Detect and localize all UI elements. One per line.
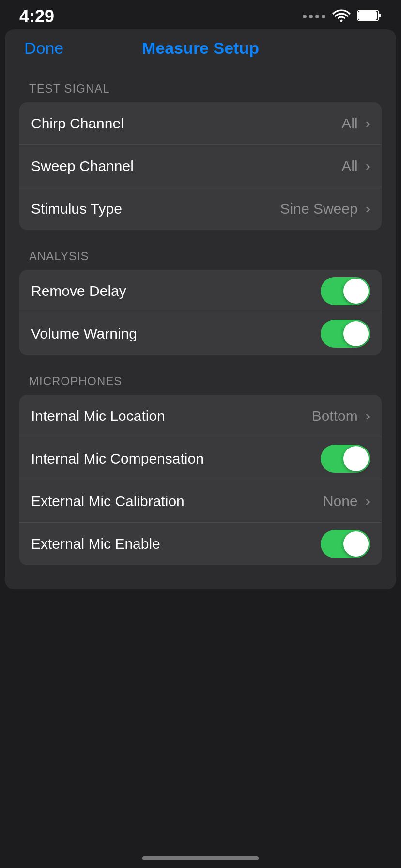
remove-delay-toggle-thumb	[343, 279, 369, 304]
svg-rect-1	[358, 11, 377, 20]
internal-mic-compensation-label: Internal Mic Compensation	[31, 450, 204, 467]
volume-warning-label: Volume Warning	[31, 326, 137, 342]
chirp-channel-row[interactable]: Chirp Channel All ›	[19, 102, 382, 145]
signal-dots-icon	[303, 15, 325, 18]
remove-delay-toggle[interactable]	[321, 277, 370, 305]
external-mic-enable-row: External Mic Enable	[19, 523, 382, 565]
chirp-channel-label: Chirp Channel	[31, 115, 124, 132]
wifi-icon	[332, 9, 351, 24]
remove-delay-label: Remove Delay	[31, 283, 126, 299]
internal-mic-compensation-row: Internal Mic Compensation	[19, 437, 382, 480]
remove-delay-row: Remove Delay	[19, 270, 382, 312]
test-signal-label: TEST SIGNAL	[19, 67, 382, 102]
analysis-group: Remove Delay Volume Warning	[19, 270, 382, 355]
microphones-label: MICROPHONES	[19, 360, 382, 395]
external-mic-calibration-label: External Mic Calibration	[31, 493, 185, 510]
external-mic-enable-toggle[interactable]	[321, 530, 370, 558]
volume-warning-toggle[interactable]	[321, 320, 370, 348]
external-mic-enable-toggle-thumb	[343, 531, 369, 557]
sweep-channel-label: Sweep Channel	[31, 158, 134, 174]
stimulus-type-chevron-icon: ›	[366, 201, 370, 217]
internal-mic-location-label: Internal Mic Location	[31, 408, 165, 424]
nav-bar: Done Measure Setup	[5, 29, 396, 67]
sweep-channel-value: All ›	[341, 158, 370, 174]
status-bar: 4:29	[0, 0, 401, 29]
status-icons	[303, 9, 382, 24]
stimulus-type-value: Sine Sweep ›	[280, 201, 370, 217]
sweep-channel-chevron-icon: ›	[366, 158, 370, 174]
internal-mic-compensation-toggle[interactable]	[321, 445, 370, 473]
svg-rect-2	[379, 14, 381, 17]
microphones-group: Internal Mic Location Bottom › Internal …	[19, 395, 382, 565]
analysis-label: ANALYSIS	[19, 235, 382, 270]
battery-icon	[357, 9, 382, 24]
test-signal-group: Chirp Channel All › Sweep Channel All › …	[19, 102, 382, 230]
stimulus-type-row[interactable]: Stimulus Type Sine Sweep ›	[19, 187, 382, 230]
external-mic-calibration-chevron-icon: ›	[366, 494, 370, 509]
status-time: 4:29	[19, 6, 54, 27]
internal-mic-location-chevron-icon: ›	[366, 408, 370, 424]
external-mic-enable-label: External Mic Enable	[31, 536, 160, 552]
home-indicator	[142, 856, 259, 860]
chirp-channel-chevron-icon: ›	[366, 116, 370, 131]
external-mic-calibration-value: None ›	[323, 493, 370, 510]
microphones-section: MICROPHONES Internal Mic Location Bottom…	[5, 360, 396, 565]
sweep-channel-row[interactable]: Sweep Channel All ›	[19, 145, 382, 187]
done-button[interactable]: Done	[24, 39, 63, 58]
volume-warning-toggle-thumb	[343, 321, 369, 346]
main-content: TEST SIGNAL Chirp Channel All › Sweep Ch…	[5, 67, 396, 589]
volume-warning-row: Volume Warning	[19, 312, 382, 355]
page-title: Measure Setup	[142, 39, 259, 58]
analysis-section: ANALYSIS Remove Delay Volume Warning	[5, 235, 396, 355]
stimulus-type-label: Stimulus Type	[31, 201, 122, 217]
chirp-channel-value: All ›	[341, 115, 370, 132]
internal-mic-location-value: Bottom ›	[312, 408, 370, 424]
external-mic-calibration-row[interactable]: External Mic Calibration None ›	[19, 480, 382, 523]
internal-mic-compensation-toggle-thumb	[343, 446, 369, 471]
internal-mic-location-row[interactable]: Internal Mic Location Bottom ›	[19, 395, 382, 437]
test-signal-section: TEST SIGNAL Chirp Channel All › Sweep Ch…	[5, 67, 396, 230]
